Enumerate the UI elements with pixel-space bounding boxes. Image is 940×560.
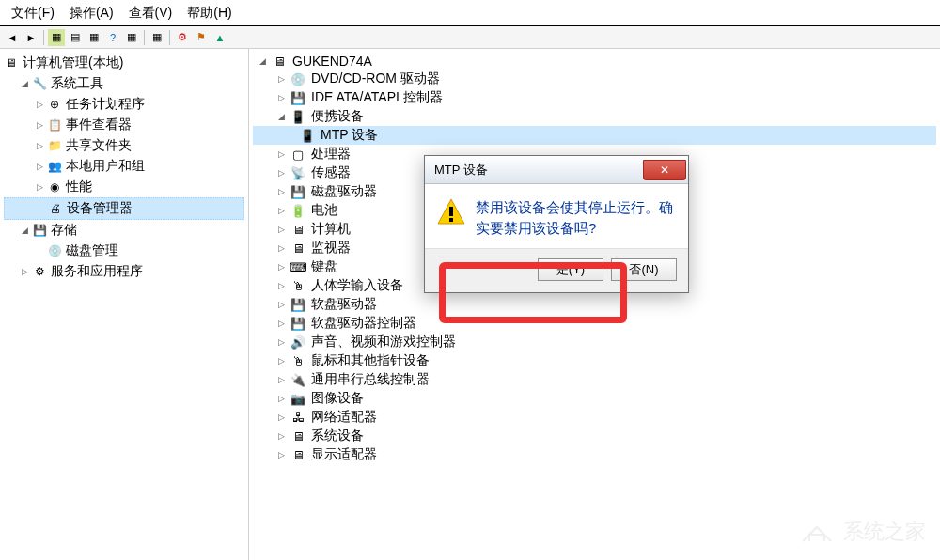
tree-storage[interactable]: ◢ 💾 存储 — [4, 220, 244, 241]
expand-icon[interactable]: ▷ — [275, 148, 287, 160]
device-network[interactable]: ▷ 🖧 网络适配器 — [253, 408, 936, 427]
expand-icon[interactable]: ▷ — [275, 224, 287, 235]
expand-icon[interactable]: ▷ — [275, 299, 287, 310]
expand-icon[interactable]: ▷ — [275, 167, 287, 179]
device-label: 键盘 — [311, 258, 337, 275]
menu-file[interactable]: 文件(F) — [4, 3, 62, 23]
expand-icon[interactable]: ▷ — [34, 119, 45, 131]
expand-icon[interactable]: ▷ — [275, 186, 287, 197]
tree-shared-folders[interactable]: ▷ 📁 共享文件夹 — [4, 135, 244, 156]
device-floppy[interactable]: ▷ 💾 软盘驱动器 — [253, 295, 936, 314]
expand-icon[interactable]: ▷ — [34, 99, 45, 110]
keyboard-icon: ⌨ — [289, 259, 307, 274]
toolbar-btn-7[interactable]: ⚙ — [174, 29, 191, 46]
device-mtp[interactable]: 📱 MTP 设备 — [253, 126, 936, 145]
disk-icon: 💿 — [47, 243, 62, 258]
tree-system-tools[interactable]: ◢ 🔧 系统工具 — [4, 73, 244, 94]
device-ide[interactable]: ▷ 💾 IDE ATA/ATAPI 控制器 — [253, 88, 936, 107]
collapse-icon[interactable]: ◢ — [257, 55, 268, 67]
expand-icon[interactable]: ▷ — [275, 280, 287, 291]
tree-services-apps[interactable]: ▷ ⚙ 服务和应用程序 — [4, 261, 244, 282]
sound-icon: 🔊 — [289, 334, 307, 350]
device-label: 磁盘驱动器 — [311, 183, 377, 200]
dialog-titlebar[interactable]: MTP 设备 ✕ — [425, 156, 688, 184]
tree-label: 计算机管理(本地) — [23, 54, 123, 71]
toolbar-btn-6[interactable]: ▦ — [149, 29, 165, 46]
device-system[interactable]: ▷ 🖥 系统设备 — [253, 427, 936, 445]
device-label: 传感器 — [311, 164, 351, 181]
expand-icon[interactable]: ▷ — [19, 266, 30, 277]
expand-icon[interactable]: ▷ — [275, 355, 287, 366]
expand-icon[interactable]: ▷ — [275, 336, 287, 348]
expand-icon[interactable]: ▷ — [275, 205, 287, 216]
yes-button[interactable]: 是(Y) — [538, 258, 603, 281]
menu-view[interactable]: 查看(V) — [121, 3, 180, 23]
mouse-icon: 🖱 — [289, 353, 307, 368]
device-label: IDE ATA/ATAPI 控制器 — [311, 89, 443, 106]
expand-icon[interactable]: ▷ — [275, 374, 287, 385]
tree-local-users[interactable]: ▷ 👥 本地用户和组 — [4, 156, 244, 177]
device-usb[interactable]: ▷ 🔌 通用串行总线控制器 — [253, 370, 936, 389]
device-icon: 🖨 — [48, 201, 63, 216]
expand-icon[interactable]: ▷ — [275, 430, 287, 442]
tree-device-manager[interactable]: 🖨 设备管理器 — [4, 197, 244, 220]
forward-button[interactable]: ► — [23, 29, 39, 46]
menu-help[interactable]: 帮助(H) — [180, 3, 239, 23]
close-button[interactable]: ✕ — [643, 160, 686, 180]
collapse-icon[interactable]: ◢ — [19, 78, 30, 89]
tree-task-scheduler[interactable]: ▷ ⊕ 任务计划程序 — [4, 94, 244, 115]
expand-icon[interactable]: ▷ — [34, 181, 45, 193]
toolbar-btn-5[interactable]: ▦ — [123, 29, 140, 46]
tree-label: 磁盘管理 — [66, 242, 118, 259]
device-portable[interactable]: ◢ 📱 便携设备 — [253, 107, 936, 126]
toolbar-btn-3[interactable]: ▦ — [86, 29, 102, 46]
device-imaging[interactable]: ▷ 📷 图像设备 — [253, 389, 936, 408]
expand-icon[interactable]: ▷ — [275, 412, 287, 423]
no-button[interactable]: 否(N) — [611, 258, 677, 281]
tree-performance[interactable]: ▷ ◉ 性能 — [4, 177, 244, 197]
device-label: 网络适配器 — [311, 409, 377, 426]
toolbar-btn-9[interactable]: ▲ — [212, 29, 228, 46]
device-label: 显示适配器 — [311, 446, 377, 463]
back-button[interactable]: ◄ — [4, 29, 21, 46]
dvd-icon: 💿 — [289, 71, 307, 86]
toolbar-btn-4[interactable]: ? — [104, 29, 121, 46]
toolbar-btn-1[interactable]: ▦ — [48, 29, 65, 46]
tree-label: 任务计划程序 — [66, 96, 145, 113]
tools-icon: 🔧 — [32, 76, 47, 91]
expand-icon[interactable]: ▷ — [275, 242, 287, 254]
device-label: 图像设备 — [311, 390, 364, 407]
tree-root[interactable]: 🖥 计算机管理(本地) — [4, 53, 244, 73]
expand-icon[interactable]: ▷ — [275, 73, 287, 85]
toolbar-btn-8[interactable]: ⚑ — [193, 29, 210, 46]
storage-icon: 💾 — [32, 223, 47, 238]
menu-action[interactable]: 操作(A) — [62, 3, 121, 23]
device-root[interactable]: ◢ 🖥 GUKEND74A — [253, 53, 936, 70]
expand-icon[interactable]: ▷ — [34, 140, 45, 151]
collapse-icon[interactable]: ◢ — [275, 111, 287, 122]
toolbar-btn-2[interactable]: ▤ — [67, 29, 84, 46]
monitor-icon: 🖥 — [289, 241, 307, 256]
device-sound[interactable]: ▷ 🔊 声音、视频和游戏控制器 — [253, 333, 936, 351]
device-floppy-controller[interactable]: ▷ 💾 软盘驱动器控制器 — [253, 314, 936, 333]
expand-icon[interactable]: ▷ — [275, 393, 287, 404]
dialog-buttons: 是(Y) 否(N) — [425, 248, 688, 292]
expand-icon[interactable]: ▷ — [275, 449, 287, 460]
expand-icon[interactable]: ▷ — [34, 161, 45, 172]
expand-icon[interactable]: ▷ — [275, 92, 287, 103]
device-dvd[interactable]: ▷ 💿 DVD/CD-ROM 驱动器 — [253, 70, 936, 88]
device-mouse[interactable]: ▷ 🖱 鼠标和其他指针设备 — [253, 351, 936, 370]
expand-icon[interactable]: ▷ — [275, 261, 287, 272]
collapse-icon[interactable]: ◢ — [19, 225, 30, 236]
device-label: 通用串行总线控制器 — [311, 371, 430, 388]
device-display[interactable]: ▷ 🖥 显示适配器 — [253, 445, 936, 464]
device-label: 鼠标和其他指针设备 — [311, 352, 430, 369]
expand-icon[interactable]: ▷ — [275, 318, 287, 329]
device-label: 便携设备 — [311, 108, 364, 125]
hid-icon: 🖱 — [289, 278, 307, 293]
tree-event-viewer[interactable]: ▷ 📋 事件查看器 — [4, 115, 244, 135]
tree-label: 事件查看器 — [66, 117, 132, 133]
separator — [169, 30, 170, 45]
tree-disk-management[interactable]: 💿 磁盘管理 — [4, 241, 244, 261]
device-label: MTP 设备 — [321, 127, 378, 144]
